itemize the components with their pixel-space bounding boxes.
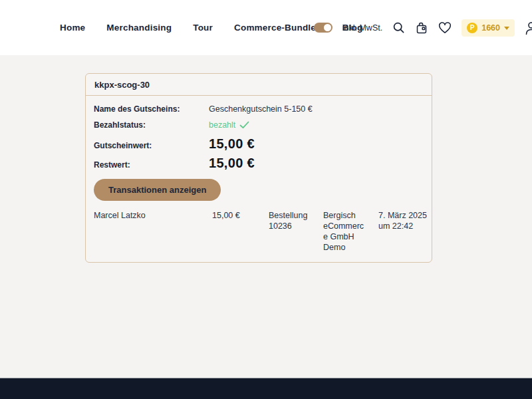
top-navigation-bar: Home Merchandising Tour Commerce-Bundles… bbox=[0, 0, 532, 55]
points-coin-icon: P bbox=[467, 23, 477, 33]
transaction-company: Bergisch eCommerce GmbH Demo bbox=[323, 210, 378, 253]
voucher-name-label: Name des Gutscheins: bbox=[94, 104, 209, 114]
payment-status-row: Bezahlstatus: bezahlt bbox=[94, 120, 424, 130]
vat-toggle-knob bbox=[324, 24, 331, 31]
voucher-value-row: Gutscheinwert: 15,00 € bbox=[94, 136, 424, 152]
show-transactions-button[interactable]: Transaktionen anzeigen bbox=[94, 179, 221, 201]
transaction-amount: 15,00 € bbox=[212, 210, 269, 221]
remaining-value-row: Restwert: 15,00 € bbox=[94, 155, 424, 171]
voucher-value-label: Gutscheinwert: bbox=[94, 140, 209, 151]
voucher-name-row: Name des Gutscheins: Geschenkgutschein 5… bbox=[94, 104, 424, 114]
voucher-card: kkpx-scog-30 Name des Gutscheins: Gesche… bbox=[85, 73, 432, 263]
voucher-code: kkpx-scog-30 bbox=[86, 74, 432, 96]
points-count: 1660 bbox=[481, 23, 500, 33]
search-icon[interactable] bbox=[392, 21, 405, 34]
vat-toggle-label: inkl. MwSt. bbox=[342, 23, 382, 33]
transaction-order: Bestellung 10236 bbox=[269, 210, 323, 231]
shopping-bag-icon[interactable] bbox=[415, 21, 428, 35]
vat-toggle[interactable] bbox=[314, 23, 332, 33]
header-actions: inkl. MwSt. P 1660 bbox=[314, 0, 532, 55]
payment-status-text: bezahlt bbox=[209, 120, 235, 130]
account-icon[interactable] bbox=[525, 21, 532, 35]
nav-commerce-bundles[interactable]: Commerce-Bundles bbox=[234, 23, 321, 33]
voucher-value-amount: 15,00 € bbox=[209, 136, 255, 152]
remaining-value-amount: 15,00 € bbox=[209, 155, 255, 171]
points-badge[interactable]: P 1660 bbox=[462, 19, 515, 37]
transaction-date: 7. März 2025 um 22:42 bbox=[378, 210, 432, 231]
remaining-value-label: Restwert: bbox=[94, 160, 209, 170]
nav-merchandising[interactable]: Merchandising bbox=[106, 23, 172, 33]
payment-status-value: bezahlt bbox=[209, 120, 249, 130]
wishlist-heart-icon[interactable] bbox=[438, 22, 452, 34]
payment-status-label: Bezahlstatus: bbox=[94, 120, 209, 130]
check-icon bbox=[239, 121, 249, 129]
transaction-customer: Marcel Latzko bbox=[94, 210, 212, 221]
voucher-name-value: Geschenkgutschein 5-150 € bbox=[209, 104, 313, 114]
chevron-down-icon bbox=[504, 27, 509, 30]
footer-bar bbox=[0, 378, 532, 399]
transaction-row: Marcel Latzko 15,00 € Bestellung 10236 B… bbox=[94, 210, 424, 253]
voucher-details: Name des Gutscheins: Geschenkgutschein 5… bbox=[86, 96, 432, 262]
nav-home[interactable]: Home bbox=[60, 23, 85, 33]
nav-tour[interactable]: Tour bbox=[193, 23, 213, 33]
page-content: kkpx-scog-30 Name des Gutscheins: Gesche… bbox=[0, 55, 532, 378]
